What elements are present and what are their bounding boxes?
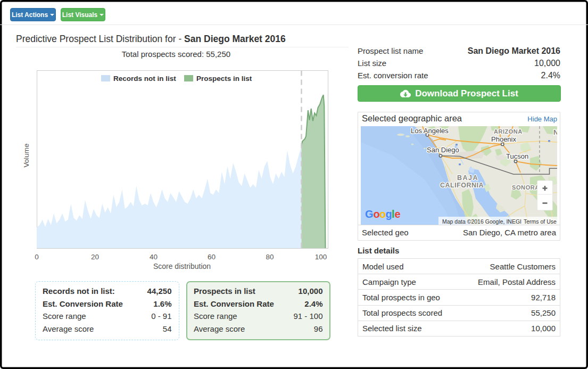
svg-text:CALIFORNIA: CALIFORNIA — [440, 182, 484, 189]
svg-text:Volume: Volume — [22, 143, 30, 167]
svg-text:o: o — [374, 208, 380, 220]
svg-text:Tucson: Tucson — [506, 152, 528, 160]
svg-text:Terms of Use: Terms of Use — [524, 218, 557, 225]
svg-text:g: g — [386, 208, 392, 220]
svg-text:BAJA: BAJA — [457, 174, 478, 182]
svg-text:Prospects in list: Prospects in list — [196, 75, 252, 83]
svg-text:ARIZONA: ARIZONA — [494, 128, 523, 135]
svg-text:Score distribution: Score distribution — [153, 262, 211, 270]
svg-text:SONORA: SONORA — [512, 184, 540, 191]
svg-text:Records not in list: Records not in list — [113, 75, 176, 83]
svg-text:0: 0 — [35, 253, 39, 261]
svg-text:100: 100 — [315, 253, 327, 261]
svg-text:60: 60 — [208, 253, 216, 261]
svg-text:40: 40 — [150, 253, 158, 261]
svg-text:Phoenix: Phoenix — [491, 135, 516, 143]
svg-text:o: o — [379, 208, 386, 220]
svg-text:20: 20 — [91, 253, 99, 261]
svg-text:Los Angeles: Los Angeles — [411, 127, 449, 135]
svg-text:G: G — [365, 208, 374, 220]
svg-text:San Diego: San Diego — [427, 146, 459, 154]
svg-text:Map data ©2016 Google, INEGI: Map data ©2016 Google, INEGI — [442, 218, 521, 225]
svg-text:N: N — [553, 128, 557, 136]
svg-text:80: 80 — [266, 253, 274, 261]
svg-text:e: e — [395, 208, 401, 220]
